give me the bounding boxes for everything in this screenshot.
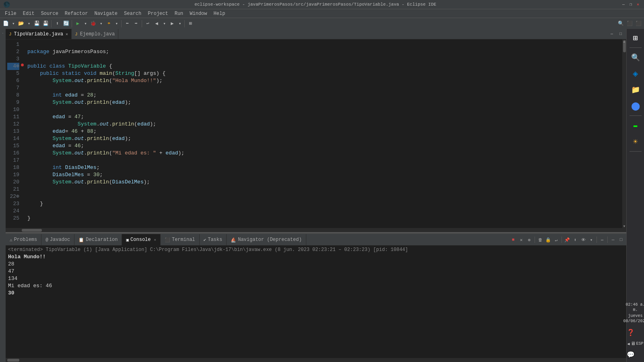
open-button[interactable]: 📂 bbox=[17, 20, 25, 28]
new-dropdown[interactable]: ▾ bbox=[10, 20, 17, 28]
line-numbers: 1 2 3 4⊕ 5 6 7 8 9 10 11 12 13 14 15 16 bbox=[6, 39, 21, 228]
console-hscroll[interactable] bbox=[6, 358, 626, 362]
open-type-button[interactable]: ⊞ bbox=[186, 20, 194, 28]
open-perspective[interactable]: ⬛ bbox=[634, 20, 642, 28]
minimize-button[interactable]: — bbox=[621, 2, 626, 7]
tab-tipovariable-close[interactable]: ✕ bbox=[66, 32, 68, 37]
tab-problems[interactable]: ⚠ Problems bbox=[6, 234, 41, 245]
save-all-button[interactable]: 💾 bbox=[41, 20, 50, 28]
tab-terminal[interactable]: ⬛ Terminal bbox=[161, 234, 200, 245]
menu-window[interactable]: Window bbox=[186, 9, 210, 18]
debug-dropdown[interactable]: ▾ bbox=[98, 20, 104, 28]
coverage-button[interactable]: ☂ bbox=[105, 20, 113, 28]
refresh-button[interactable]: 🔄 bbox=[62, 20, 70, 28]
minimize-panel-button[interactable]: — bbox=[609, 236, 617, 243]
word-wrap-button[interactable]: ↵ bbox=[553, 236, 560, 243]
menu-navigate[interactable]: Navigate bbox=[91, 9, 121, 18]
console-terminated-line: <terminated> TipoVariable (1) [Java Appl… bbox=[8, 246, 624, 253]
tab-ejemplo[interactable]: J Ejemplo.java bbox=[72, 29, 118, 39]
maximize-panel-button[interactable]: □ bbox=[617, 236, 625, 243]
console-output: <terminated> TipoVariable (1) [Java Appl… bbox=[6, 245, 626, 358]
tab-declaration[interactable]: 📋 Declaration bbox=[74, 234, 122, 245]
tab-navigator[interactable]: ⛵ Navigator (Deprecated) bbox=[227, 234, 306, 245]
view-menu-button[interactable]: ⋯ bbox=[599, 236, 606, 243]
search-icon[interactable]: 🔍 bbox=[617, 20, 625, 28]
last-edit[interactable]: ↩ bbox=[144, 20, 152, 28]
console-options-button[interactable]: ▾ bbox=[588, 236, 595, 243]
help-button[interactable]: ❓ bbox=[623, 325, 638, 340]
tab-console[interactable]: ▣ Console ✕ bbox=[122, 234, 160, 245]
open-dropdown[interactable]: ▾ bbox=[26, 20, 32, 28]
tab-tipovariable[interactable]: J TipoVariable.java ✕ bbox=[6, 29, 72, 39]
publish-button[interactable]: ⬆ bbox=[53, 20, 61, 28]
prev-annotation[interactable]: ⬅ bbox=[123, 20, 131, 28]
problems-icon: ⚠ bbox=[10, 237, 12, 243]
editor-bottom-bar bbox=[6, 228, 626, 232]
editor-scrollbar[interactable]: ▲ ▼ bbox=[622, 39, 626, 228]
windows-button[interactable]: ⊞ bbox=[628, 31, 643, 45]
new-button[interactable]: 📄 bbox=[2, 20, 10, 28]
sep4 bbox=[607, 237, 608, 243]
menu-edit[interactable]: Edit bbox=[20, 9, 38, 18]
arrow-left-button[interactable]: ◀ bbox=[627, 341, 630, 346]
vscode-button[interactable]: ◈ bbox=[628, 66, 643, 81]
maximize-editor-button[interactable]: □ bbox=[617, 30, 625, 38]
bottom-tab-bar: ⚠ Problems @ Javadoc 📋 Declaration ▣ Con… bbox=[6, 234, 626, 245]
code-editor[interactable]: 1 2 3 4⊕ 5 6 7 8 9 10 11 12 13 14 15 16 bbox=[6, 39, 626, 228]
next-annotation[interactable]: ➡ bbox=[132, 20, 140, 28]
pin-console-button[interactable]: 📌 bbox=[564, 236, 571, 243]
display-selected-button[interactable]: 👁 bbox=[580, 236, 587, 243]
notification-button[interactable]: 💬 bbox=[623, 348, 638, 362]
console-output-line-2: 28 bbox=[8, 261, 624, 268]
run-button[interactable]: ▶ bbox=[74, 20, 82, 28]
back-button[interactable]: ◀ bbox=[153, 20, 161, 28]
menu-help[interactable]: Help bbox=[211, 9, 229, 18]
eclipse-button[interactable]: ☀ bbox=[628, 134, 643, 149]
forward-button[interactable]: ▶ bbox=[168, 20, 176, 28]
tab-console-close[interactable]: ✕ bbox=[154, 238, 156, 242]
console-output-line-3: 47 bbox=[8, 268, 624, 275]
coverage-dropdown[interactable]: ▾ bbox=[114, 20, 120, 28]
tab-javadoc[interactable]: @ Javadoc bbox=[41, 234, 74, 245]
forward-dropdown[interactable]: ▾ bbox=[177, 20, 183, 28]
menu-project[interactable]: Project bbox=[144, 9, 171, 18]
menu-run[interactable]: Run bbox=[171, 9, 187, 18]
open-console-button[interactable]: ⬆ bbox=[572, 236, 579, 243]
menu-file[interactable]: File bbox=[2, 9, 20, 18]
search-sidebar-button[interactable]: 🔍 bbox=[628, 50, 643, 65]
scroll-down-arrow[interactable]: ▼ bbox=[622, 224, 626, 228]
maximize-button[interactable]: ❐ bbox=[628, 2, 634, 7]
terminal-sidebar-button[interactable]: ▬ bbox=[628, 118, 643, 133]
toolbar: 📄 ▾ 📂 ▾ 💾 💾 ⬆ 🔄 ▶ ▾ 🐞 ▾ ☂ ▾ ⬅ ➡ ↩ ◀ ▾ ▶ … bbox=[0, 18, 644, 29]
remove-all-terminated-button[interactable]: ⊗ bbox=[526, 236, 533, 243]
code-content[interactable]: package javaPrimerosPasos; public class … bbox=[24, 39, 622, 228]
run-dropdown[interactable]: ▾ bbox=[83, 20, 89, 28]
folder-button[interactable]: 📁 bbox=[628, 82, 643, 97]
console-hscroll-thumb[interactable] bbox=[7, 359, 19, 362]
tab-navigator-label: Navigator (Deprecated) bbox=[238, 237, 301, 243]
clear-console-button[interactable]: 🗑 bbox=[537, 236, 544, 243]
declaration-icon: 📋 bbox=[78, 237, 84, 243]
terminate-button[interactable]: ■ bbox=[510, 236, 517, 243]
save-button[interactable]: 💾 bbox=[33, 20, 41, 28]
scroll-lock-button[interactable]: 🔒 bbox=[545, 236, 552, 243]
chrome-button[interactable]: ⬤ bbox=[628, 99, 643, 113]
h-scrollbar-thumb[interactable] bbox=[22, 229, 42, 232]
menu-refactor[interactable]: Refactor bbox=[62, 9, 91, 18]
menu-source[interactable]: Source bbox=[38, 9, 62, 18]
console-icon: ▣ bbox=[126, 237, 129, 243]
remove-terminated-button[interactable]: ✕ bbox=[518, 236, 525, 243]
scroll-up-arrow[interactable]: ▲ bbox=[622, 39, 626, 43]
tab-tipovariable-label: TipoVariable.java bbox=[14, 31, 63, 37]
console-output-line-1: Hola Mundo!! bbox=[8, 253, 624, 261]
bottom-panel: ⚠ Problems @ Javadoc 📋 Declaration ▣ Con… bbox=[6, 233, 626, 362]
debug-button[interactable]: 🐞 bbox=[89, 20, 97, 28]
sep3 bbox=[597, 237, 597, 243]
back-dropdown[interactable]: ▾ bbox=[161, 20, 167, 28]
clock-time: 02:46 a. m. bbox=[623, 302, 644, 313]
tab-tasks[interactable]: ✔ Tasks bbox=[200, 234, 227, 245]
menu-search[interactable]: Search bbox=[121, 9, 144, 18]
close-button[interactable]: ✕ bbox=[635, 2, 641, 7]
minimize-editor-button[interactable]: — bbox=[608, 30, 616, 38]
perspectives-button[interactable]: ⬛ bbox=[625, 20, 634, 28]
